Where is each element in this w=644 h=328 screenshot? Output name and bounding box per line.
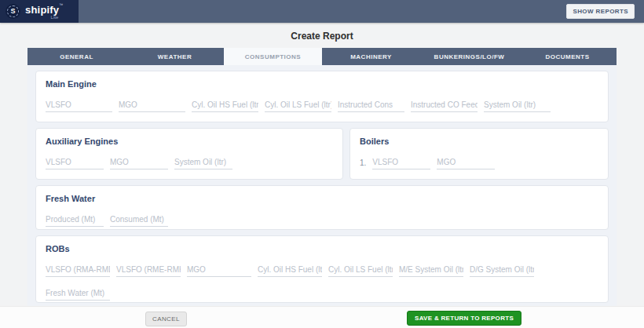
main-engine-vlsfo-input[interactable] [46,99,112,112]
auxiliary-engines-fields [46,156,333,169]
robs-me-system-oil-input[interactable] [399,264,463,277]
save-and-return-button[interactable]: SAVE & RETURN TO REPORTS [407,311,521,326]
main-engine-system-oil-input[interactable] [484,99,551,112]
brand-block: S shipify™ Lite [0,0,79,23]
tab-bunkerings-lo-fw[interactable]: BUNKERINGS/LO/FW [420,48,518,65]
fresh-water-consumed-input[interactable] [110,213,168,227]
main-engine-mgo-input[interactable] [119,99,185,112]
robs-fresh-water-input[interactable] [46,287,110,301]
brand-name: shipify [25,4,59,16]
aux-engines-mgo-input[interactable] [110,156,168,169]
robs-title: ROBs [46,244,598,253]
boilers-vlsfo-input[interactable] [372,156,430,169]
robs-cyl-oil-hs-input[interactable] [258,264,322,277]
main-engine-cyl-oil-hs-input[interactable] [192,99,258,112]
robs-fields-row2 [46,287,598,301]
robs-fields-row1 [46,264,598,277]
brand-trademark: ™ [59,2,63,7]
robs-mgo-input[interactable] [187,264,251,277]
tab-machinery[interactable]: MACHINERY [322,48,420,65]
logo-letter: S [7,5,19,17]
fresh-water-section: Fresh Water [35,185,609,230]
cancel-button[interactable]: CANCEL [145,312,187,326]
tab-documents[interactable]: DOCUMENTS [518,48,617,65]
main-engine-cyl-oil-ls-input[interactable] [265,99,331,112]
main-engine-title: Main Engine [46,79,598,89]
fresh-water-produced-input[interactable] [46,213,104,227]
show-reports-button[interactable]: SHOW REPORTS [566,4,635,19]
boiler-row-number: 1. [360,159,366,169]
tab-general[interactable]: GENERAL [27,48,126,65]
auxiliary-engines-section: Auxiliary Engines [35,128,343,180]
robs-section: ROBs [35,235,609,303]
boilers-title: Boilers [360,137,598,146]
boilers-mgo-input[interactable] [437,156,495,169]
page-title: Create Report [0,31,644,42]
robs-cyl-oil-ls-input[interactable] [328,264,393,277]
main-engine-instructed-cons-input[interactable] [338,99,404,112]
robs-vlsfo-rma-rmd-input[interactable] [46,264,110,277]
fresh-water-fields [46,213,598,227]
robs-vlsfo-rme-rmk-input[interactable] [116,264,181,277]
shipify-logo-icon: S [5,4,20,19]
robs-dg-system-oil-input[interactable] [470,264,534,277]
tab-consumptions[interactable]: CONSUMPTIONS [224,48,322,65]
top-app-bar: S shipify™ Lite SHOW REPORTS [0,0,644,23]
aux-engines-system-oil-input[interactable] [174,156,232,169]
boilers-fields: 1. [360,156,598,169]
aux-engines-vlsfo-input[interactable] [46,156,104,169]
report-tabs: GENERAL WEATHER CONSUMPTIONS MACHINERY B… [27,48,617,65]
consumptions-panel: Main Engine Auxiliary Engines Boilers 1.… [27,65,617,306]
brand-text: shipify™ Lite [25,3,63,20]
boilers-section: Boilers 1. [349,128,609,180]
fresh-water-title: Fresh Water [46,194,598,203]
main-engine-fields [46,99,598,112]
main-engine-instructed-co-feed-rate-input[interactable] [411,99,478,112]
auxiliary-engines-title: Auxiliary Engines [46,137,333,146]
tab-weather[interactable]: WEATHER [126,48,224,65]
main-engine-section: Main Engine [35,71,609,122]
form-footer: CANCEL SAVE & RETURN TO REPORTS [0,306,644,328]
